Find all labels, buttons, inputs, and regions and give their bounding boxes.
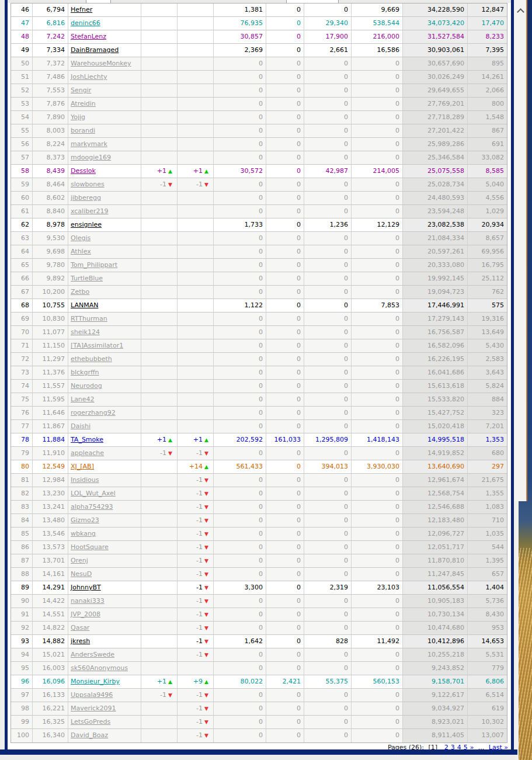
username-link[interactable]: Tom_Philippart (71, 261, 117, 269)
username-link[interactable]: JoshLiechty (71, 73, 107, 81)
rank-change-cell (141, 474, 178, 487)
username-link[interactable]: [TA]Assimilator1 (71, 342, 123, 349)
username-link[interactable]: Zetbo (71, 288, 89, 296)
username-link[interactable]: ensignlee (71, 221, 102, 228)
username-link[interactable]: David_Boaz (71, 731, 108, 739)
username-link[interactable]: deninc66 (71, 19, 100, 27)
username-link[interactable]: Sengir (71, 86, 91, 94)
value-cell: 5,736 (468, 595, 507, 608)
username-link[interactable]: xcaliber219 (71, 207, 109, 215)
value-cell: 9,669 (352, 4, 403, 17)
value-cell: 779 (468, 662, 507, 675)
username-link[interactable]: TA_Smoke (71, 436, 103, 443)
username-link[interactable]: HootSquare (71, 543, 109, 551)
rank-change-cell (141, 648, 178, 662)
username-link[interactable]: Qasar (71, 624, 89, 631)
rank-cell: 66 (11, 272, 33, 286)
value-cell: 0 (266, 729, 304, 742)
rank-change-cell (141, 702, 178, 716)
form-field-remnant[interactable] (286, 0, 339, 3)
username-link[interactable]: StefanLenz (71, 33, 106, 40)
username-link[interactable]: jkresh (71, 637, 90, 645)
value-cell: 0 (352, 447, 403, 460)
username-link[interactable]: Lane42 (71, 395, 95, 403)
username-link[interactable]: Uppsala9496 (71, 691, 113, 699)
username-link[interactable]: AndersSwede (71, 651, 114, 658)
username-link[interactable]: Yojig (71, 113, 85, 121)
table-row: 7611,646rogerzhang92000015,427,752323 (11, 407, 507, 420)
value-cell: 0 (214, 568, 266, 581)
username-link[interactable]: slowbones (71, 181, 105, 188)
username-link[interactable]: LANMAN (71, 301, 98, 309)
username-link[interactable]: Athlex (71, 248, 91, 255)
down-arrow-icon: ▼ (204, 504, 208, 510)
username-link[interactable]: Hefner (71, 6, 92, 13)
username-link[interactable]: RTThurman (71, 315, 107, 322)
username-link[interactable]: Desslok (71, 167, 96, 175)
username-link[interactable]: Monsieur_Kirby (71, 678, 120, 685)
username-link[interactable]: appleache (71, 449, 104, 457)
rank-cell: 88 (11, 568, 33, 581)
username-link[interactable]: Daishi (71, 422, 91, 430)
username-link[interactable]: DainBramaged (71, 46, 119, 54)
username-link[interactable]: XJ_[AB] (71, 463, 94, 470)
username-link[interactable]: LetsGoPreds (71, 718, 110, 726)
position-change-cell (178, 98, 214, 111)
value-cell: 0 (266, 622, 304, 635)
rank-change-cell (141, 299, 178, 313)
username-cell: Qasar (68, 622, 141, 635)
value-cell: 10,474,680 (403, 622, 468, 635)
score-cell: 11,077 (33, 326, 68, 339)
username-link[interactable]: Atreidin (71, 100, 96, 107)
username-link[interactable]: mdoogie169 (71, 154, 111, 161)
username-link[interactable]: Maverick2091 (71, 705, 116, 712)
username-link[interactable]: Neurodog (71, 382, 102, 390)
position-change-cell: -1▼ (178, 528, 214, 541)
username-link[interactable]: alpha754293 (71, 503, 113, 511)
username-link[interactable]: JohnnyBT (71, 584, 101, 591)
value-cell: 828 (304, 635, 352, 648)
username-link[interactable]: JVP_2008 (71, 610, 100, 618)
value-cell: 0 (304, 528, 352, 541)
username-link[interactable]: sheik124 (71, 328, 100, 336)
table-row: 588,439Desslok+1▲+1▲30,572042,987214,005… (11, 165, 507, 178)
username-link[interactable]: wbkang (71, 530, 96, 537)
table-row: 7311,376blckgrffn000016,041,6863,643 (11, 366, 507, 380)
username-link[interactable]: borandi (71, 127, 95, 134)
username-link[interactable]: NesuD (71, 570, 92, 578)
username-link[interactable]: jibberegg (71, 194, 101, 202)
username-link[interactable]: LOL_Wut_Axel (71, 490, 116, 497)
table-row: 8012,549XJ_[AB]+14▲561,4330394,0133,930,… (11, 460, 507, 474)
up-arrow-icon: ▲ (204, 437, 208, 443)
value-cell: 0 (304, 420, 352, 433)
username-link[interactable]: nanaki333 (71, 597, 105, 605)
value-cell: 0 (214, 447, 266, 460)
username-link[interactable]: ethebubbeth (71, 355, 112, 363)
username-link[interactable]: sk560Anonymous (71, 664, 128, 672)
value-cell: 0 (266, 541, 304, 554)
position-change-cell: -1▼ (178, 702, 214, 716)
value-cell: 0 (304, 111, 352, 124)
username-link[interactable]: Orenj (71, 557, 88, 564)
username-link[interactable]: rogerzhang92 (71, 409, 116, 417)
username-link[interactable]: Gizmo23 (71, 516, 99, 524)
username-link[interactable]: WarehouseMonkey (71, 60, 131, 67)
value-cell: 691 (468, 138, 507, 151)
username-link[interactable]: Olegis (71, 234, 91, 242)
value-cell: 0 (352, 124, 403, 138)
form-field-remnant[interactable] (86, 0, 111, 3)
scrollbar[interactable] (514, 0, 526, 501)
value-cell: 0 (304, 554, 352, 568)
value-cell: 14,995,518 (403, 433, 468, 447)
value-cell: 0 (304, 4, 352, 17)
value-cell: 0 (266, 635, 304, 648)
username-link[interactable]: blckgrffn (71, 369, 99, 376)
value-cell: 29,340 (304, 17, 352, 30)
value-cell: 0 (266, 218, 304, 232)
username-link[interactable]: Insidious (71, 476, 99, 484)
table-row: 598,464slowbones-1▼-1▼000025,028,7345,04… (11, 178, 507, 192)
value-cell: 575 (468, 299, 507, 313)
username-link[interactable]: markymark (71, 140, 107, 148)
username-link[interactable]: TurtleBlue (71, 275, 103, 282)
value-cell: 0 (352, 541, 403, 554)
